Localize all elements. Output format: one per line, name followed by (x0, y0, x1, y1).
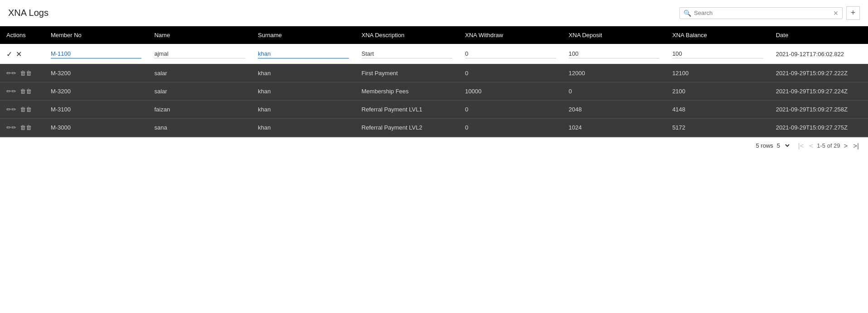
row-actions: ✏ 🗑 (0, 64, 44, 82)
row-withdraw: 0 (459, 101, 563, 119)
cancel-edit-button[interactable]: ✕ (16, 50, 22, 58)
table-footer: 5 rows 5 10 25 |< < 1-5 of 29 > >| (0, 137, 868, 154)
edit-date-value: 2021-09-12T17:06:02.822 (776, 51, 844, 58)
delete-row-button[interactable]: 🗑 (20, 106, 32, 113)
header-right: 🔍 ✕ + (679, 6, 860, 20)
row-member-no: M-3100 (44, 101, 148, 119)
table-wrapper: Actions Member No Name Surname XNA Descr… (0, 26, 868, 137)
table-row: ✏ 🗑 M-3200 salar khan Membership Fees 10… (0, 82, 868, 101)
col-xna-withdraw: XNA Withdraw (459, 26, 563, 44)
pagination-info: 1-5 of 29 (817, 142, 840, 149)
edit-row-button[interactable]: ✏ (6, 88, 16, 95)
edit-balance-cell (666, 44, 770, 64)
edit-member-no-input[interactable] (51, 49, 142, 58)
row-date: 2021-09-29T15:09:27.258Z (770, 101, 868, 119)
table-header-row: Actions Member No Name Surname XNA Descr… (0, 26, 868, 44)
delete-row-button[interactable]: 🗑 (20, 88, 32, 95)
edit-member-no-cell (44, 44, 148, 64)
row-surname: khan (252, 119, 355, 137)
pagination-controls: |< < 1-5 of 29 > >| (796, 141, 861, 150)
row-member-no: M-3200 (44, 82, 148, 101)
prev-page-button[interactable]: < (807, 141, 815, 150)
row-balance: 4148 (666, 101, 770, 119)
col-surname: Surname (252, 26, 355, 44)
row-surname: khan (252, 101, 355, 119)
row-balance: 2100 (666, 82, 770, 101)
edit-row-button[interactable]: ✏ (6, 70, 16, 77)
row-withdraw: 10000 (459, 82, 563, 101)
col-xna-description: XNA Description (355, 26, 459, 44)
row-name: faizan (148, 101, 252, 119)
rows-per-page-select[interactable]: 5 10 25 (775, 142, 791, 149)
edit-description-input[interactable] (362, 49, 453, 58)
row-member-no: M-3200 (44, 64, 148, 82)
row-name: salar (148, 64, 252, 82)
last-page-button[interactable]: >| (851, 141, 861, 150)
row-description: Referral Payment LVL1 (355, 101, 459, 119)
edit-row-button[interactable]: ✏ (6, 124, 16, 131)
table-row: ✏ 🗑 M-3000 sana khan Referral Payment LV… (0, 119, 868, 137)
edit-description-cell (355, 44, 459, 64)
search-icon: 🔍 (684, 10, 691, 17)
rows-per-page: 5 rows 5 10 25 (756, 142, 791, 149)
edit-withdraw-input[interactable] (465, 49, 556, 58)
page-title: XNA Logs (8, 8, 48, 18)
table-row: ✏ 🗑 M-3100 faizan khan Referral Payment … (0, 101, 868, 119)
row-name: salar (148, 82, 252, 101)
edit-surname-input[interactable] (258, 49, 349, 58)
edit-date-cell: 2021-09-12T17:06:02.822 (770, 44, 868, 64)
edit-balance-input[interactable] (672, 49, 763, 58)
row-actions: ✏ 🗑 (0, 82, 44, 101)
edit-name-cell (148, 44, 252, 64)
delete-row-button[interactable]: 🗑 (20, 124, 32, 131)
row-actions: ✏ 🗑 (0, 101, 44, 119)
row-withdraw: 0 (459, 64, 563, 82)
edit-name-input[interactable] (154, 49, 245, 58)
next-page-button[interactable]: > (842, 141, 850, 150)
edit-surname-cell (252, 44, 355, 64)
search-clear-icon[interactable]: ✕ (833, 10, 839, 17)
row-deposit: 1024 (563, 119, 666, 137)
row-withdraw: 0 (459, 119, 563, 137)
row-balance: 5172 (666, 119, 770, 137)
row-balance: 12100 (666, 64, 770, 82)
col-xna-deposit: XNA Deposit (563, 26, 666, 44)
edit-row-actions: ✓ ✕ (0, 44, 44, 64)
row-deposit: 0 (563, 82, 666, 101)
col-xna-balance: XNA Balance (666, 26, 770, 44)
row-member-no: M-3000 (44, 119, 148, 137)
add-button[interactable]: + (846, 6, 860, 20)
row-surname: khan (252, 64, 355, 82)
row-date: 2021-09-29T15:09:27.275Z (770, 119, 868, 137)
search-input[interactable] (694, 10, 831, 16)
col-member-no: Member No (44, 26, 148, 44)
xna-logs-table: Actions Member No Name Surname XNA Descr… (0, 26, 868, 137)
row-date: 2021-09-29T15:09:27.224Z (770, 82, 868, 101)
edit-deposit-input[interactable] (569, 49, 660, 58)
edit-withdraw-cell (459, 44, 563, 64)
edit-deposit-cell (563, 44, 666, 64)
row-deposit: 2048 (563, 101, 666, 119)
first-page-button[interactable]: |< (796, 141, 806, 150)
row-description: Membership Fees (355, 82, 459, 101)
edit-row: ✓ ✕ (0, 44, 868, 64)
col-name: Name (148, 26, 252, 44)
row-actions: ✏ 🗑 (0, 119, 44, 137)
table-row: ✏ 🗑 M-3200 salar khan First Payment 0 12… (0, 64, 868, 82)
page-header: XNA Logs 🔍 ✕ + (0, 0, 868, 26)
rows-label: 5 rows (756, 142, 773, 149)
search-box: 🔍 ✕ (679, 7, 843, 19)
edit-row-button[interactable]: ✏ (6, 106, 16, 113)
row-deposit: 12000 (563, 64, 666, 82)
row-surname: khan (252, 82, 355, 101)
row-description: First Payment (355, 64, 459, 82)
col-actions: Actions (0, 26, 44, 44)
row-date: 2021-09-29T15:09:27.222Z (770, 64, 868, 82)
col-date: Date (770, 26, 868, 44)
row-name: sana (148, 119, 252, 137)
confirm-edit-button[interactable]: ✓ (6, 50, 12, 58)
delete-row-button[interactable]: 🗑 (20, 70, 32, 77)
row-description: Referral Payment LVL2 (355, 119, 459, 137)
